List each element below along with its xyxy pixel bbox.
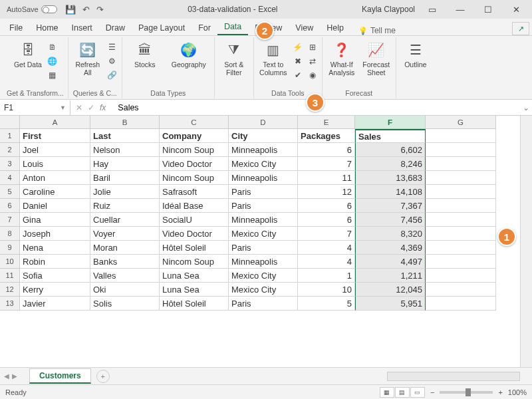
cell[interactable]: Solis [90, 297, 160, 311]
geography-button[interactable]: 🌍 Geography [168, 39, 210, 69]
cell[interactable]: Kerry [20, 283, 90, 297]
vertical-scrollbar[interactable] [520, 116, 532, 367]
cell[interactable]: 6 [298, 199, 355, 213]
cell[interactable]: Ruiz [90, 199, 160, 213]
close-icon[interactable]: ✕ [503, 1, 529, 17]
cell[interactable]: 1,211 [355, 269, 426, 283]
data-validation-button[interactable]: ✔ [293, 69, 303, 81]
tab-view[interactable]: View [289, 21, 320, 35]
cell[interactable]: Luna Sea [160, 269, 229, 283]
outline-button[interactable]: ☰ Outline [400, 39, 431, 69]
row-header[interactable]: 2 [0, 143, 20, 157]
cell[interactable]: 8,320 [355, 227, 426, 241]
chevron-down-icon[interactable]: ▼ [60, 104, 66, 111]
cell[interactable] [426, 171, 496, 185]
cell[interactable]: Luna Sea [160, 283, 229, 297]
cell[interactable]: Safrasoft [160, 185, 229, 199]
page-break-view-button[interactable]: ▭ [410, 387, 425, 398]
cell[interactable]: Jolie [90, 185, 160, 199]
cell[interactable] [426, 185, 496, 199]
from-text-button[interactable]: 🗎 [47, 41, 58, 53]
colhead-d[interactable]: D [229, 116, 298, 128]
cell[interactable]: Gina [20, 213, 90, 227]
ribbon-options-icon[interactable]: ▭ [419, 1, 446, 17]
cell[interactable]: Mexico City [229, 269, 298, 283]
cell[interactable] [426, 143, 496, 157]
cell[interactable] [426, 227, 496, 241]
cell[interactable]: Robin [20, 255, 90, 269]
toggle-off-icon[interactable] [41, 5, 57, 13]
cell[interactable] [426, 199, 496, 213]
share-button[interactable]: ↗ [512, 22, 529, 35]
cell[interactable]: 4 [298, 255, 355, 269]
cell[interactable] [426, 283, 496, 297]
user-name[interactable]: Kayla Claypool [362, 5, 415, 14]
cell[interactable]: Cuellar [90, 213, 160, 227]
cell[interactable]: 12,045 [355, 283, 426, 297]
cell[interactable]: First [20, 129, 90, 143]
enter-icon[interactable]: ✓ [88, 103, 94, 112]
cell[interactable]: Nincom Soup [160, 255, 229, 269]
cell[interactable]: Nincom Soup [160, 143, 229, 157]
zoom-level[interactable]: 100% [508, 388, 527, 396]
tab-help[interactable]: Help [320, 21, 350, 35]
cell[interactable]: Mexico City [229, 157, 298, 171]
colhead-e[interactable]: E [298, 116, 355, 128]
cell[interactable]: Hay [90, 157, 160, 171]
cell[interactable]: 5 [298, 297, 355, 311]
tab-page-layout[interactable]: Page Layout [132, 21, 192, 35]
row-header[interactable]: 8 [0, 227, 20, 241]
cell[interactable]: Paris [229, 199, 298, 213]
row-header[interactable]: 7 [0, 213, 20, 227]
cell[interactable]: 4 [298, 241, 355, 255]
cell[interactable]: 6,602 [355, 143, 426, 157]
cell[interactable]: Hôtel Soleil [160, 297, 229, 311]
name-box[interactable]: F1 ▼ [0, 100, 70, 115]
cell[interactable]: Caroline [20, 185, 90, 199]
tab-file[interactable]: File [3, 21, 29, 35]
sort-filter-button[interactable]: ⧩ Sort & Filter [219, 39, 249, 76]
cell[interactable]: Mexico City [229, 283, 298, 297]
cell[interactable]: Video Doctor [160, 157, 229, 171]
refresh-all-button[interactable]: 🔄 Refresh All [72, 39, 103, 76]
text-to-columns-button[interactable]: ▥ Text to Columns [258, 39, 289, 76]
row-header[interactable]: 6 [0, 199, 20, 213]
cell[interactable]: Minneapolis [229, 171, 298, 185]
zoom-out-icon[interactable]: − [430, 388, 434, 396]
edit-links-button[interactable]: 🔗 [107, 69, 118, 81]
row-header[interactable]: 4 [0, 171, 20, 185]
cell[interactable]: 8,246 [355, 157, 426, 171]
undo-icon[interactable]: ↶ [82, 5, 90, 15]
row-header[interactable]: 13 [0, 297, 20, 311]
cell[interactable] [426, 241, 496, 255]
stocks-button[interactable]: 🏛 Stocks [126, 39, 164, 69]
whatif-button[interactable]: ❓ What-If Analysis [327, 39, 357, 76]
tab-data[interactable]: Data [217, 19, 248, 35]
cell[interactable]: Minneapolis [229, 255, 298, 269]
cell[interactable]: Nena [20, 241, 90, 255]
cell[interactable]: Hôtel Soleil [160, 241, 229, 255]
cell[interactable]: 11 [298, 171, 355, 185]
save-icon[interactable]: 💾 [65, 5, 76, 15]
data-model-button[interactable]: ◉ [307, 69, 318, 81]
cell[interactable]: 4,369 [355, 241, 426, 255]
page-layout-view-button[interactable]: ▤ [395, 387, 410, 398]
row-header[interactable]: 11 [0, 269, 20, 283]
cell[interactable]: Moran [90, 241, 160, 255]
cell[interactable]: City [229, 129, 298, 143]
cell[interactable]: 14,108 [355, 185, 426, 199]
cell[interactable]: Valles [90, 269, 160, 283]
cell[interactable]: Louis [20, 157, 90, 171]
cell[interactable]: Minneapolis [229, 143, 298, 157]
cell[interactable] [426, 129, 496, 143]
cell[interactable]: Joel [20, 143, 90, 157]
cell[interactable]: 7 [298, 227, 355, 241]
cell[interactable]: Nelson [90, 143, 160, 157]
remove-duplicates-button[interactable]: ✖ [293, 55, 303, 67]
zoom-slider[interactable] [440, 391, 493, 394]
cell[interactable]: Idéal Base [160, 199, 229, 213]
cell[interactable]: 13,683 [355, 171, 426, 185]
cell[interactable]: 7,456 [355, 213, 426, 227]
redo-icon[interactable]: ↷ [96, 5, 104, 15]
minimize-icon[interactable]: — [447, 1, 473, 17]
